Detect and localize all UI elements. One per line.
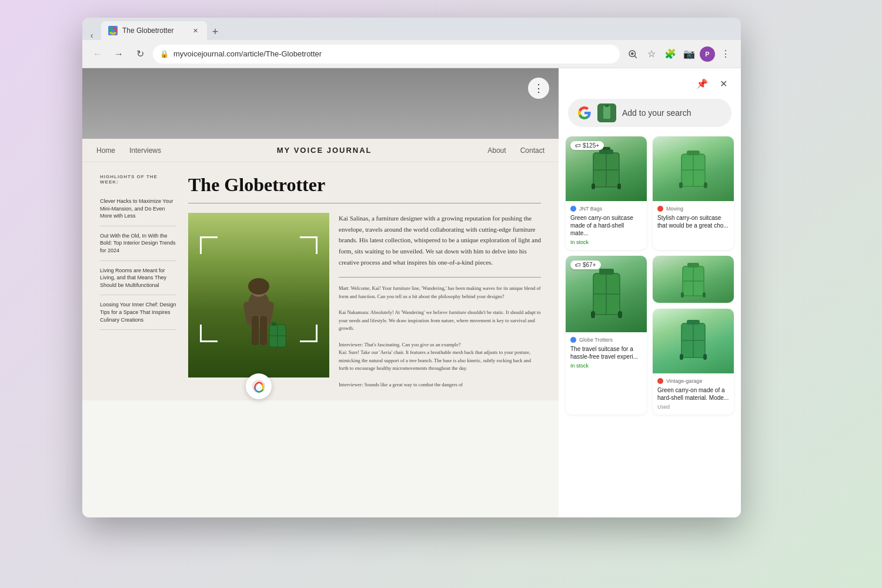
journal-nav: Home Interviews MY VOICE JOURNAL About C…: [82, 139, 559, 162]
nav-interviews[interactable]: Interviews: [129, 146, 161, 155]
article-text-col: Kai Salinas, a furniture designer with a…: [339, 213, 541, 389]
result-title-2: Stylish carry-on suitcase that would be …: [657, 214, 729, 229]
sidebar-item-2[interactable]: Out With the Old, In With the Bold: Top …: [100, 226, 176, 261]
result-info-1: JNT Bags Green carry-on suitcase made of…: [566, 201, 647, 250]
bookmark-button[interactable]: ☆: [643, 46, 660, 62]
scan-corner-tr: [300, 236, 318, 254]
tab-list-button[interactable]: ‹: [87, 31, 96, 40]
active-tab[interactable]: The Globetrotter ✕: [101, 21, 207, 40]
svg-rect-11: [272, 322, 276, 326]
price-badge-3: 🏷 $67+: [570, 260, 601, 269]
source-dot-4: [657, 378, 663, 384]
sidebar-item-4[interactable]: Loosing Your Inner Chef: Design Tips for…: [100, 295, 176, 330]
hero-menu-button[interactable]: ⋮: [528, 78, 549, 99]
result-status-1: In stock: [570, 239, 642, 245]
person-illustration: [229, 272, 288, 366]
result-card-3[interactable]: 🏷 $67+ Globe Trotters The travel suitcas…: [566, 256, 647, 415]
tab-bar-controls: ‹: [87, 31, 96, 40]
lens-panel: 📌 ✕: [559, 68, 741, 517]
result-source-2: Moving: [657, 206, 729, 212]
result-status-4: Used: [657, 404, 729, 410]
nav-about[interactable]: About: [487, 146, 506, 155]
article-interview: Matt: Welcome, Kai! Your furniture line,…: [339, 285, 541, 389]
scan-corner-tl: [200, 236, 218, 254]
source-name-3: Globe Trotters: [579, 337, 613, 343]
extensions-button[interactable]: 🧩: [662, 46, 679, 62]
address-bar: ← → ↻ 🔒 myvoicejournal.com/article/The-G…: [82, 40, 741, 68]
pin-button[interactable]: 📌: [694, 75, 710, 92]
tab-bar: ‹ The Globetrotter ✕ +: [82, 18, 741, 40]
svg-rect-43: [703, 292, 706, 298]
lens-close-button[interactable]: ✕: [715, 75, 731, 92]
source-dot-3: [570, 337, 576, 343]
tab-favicon: [108, 26, 118, 35]
source-name-1: JNT Bags: [579, 206, 602, 212]
svg-rect-49: [703, 354, 707, 360]
price-text-1: $125+: [583, 142, 599, 149]
suitcase-illustration-2: [676, 142, 711, 195]
svg-rect-31: [704, 182, 707, 188]
suitcase-illustration-1: [589, 142, 624, 195]
result-image-4a: [653, 256, 734, 303]
lens-icon: [251, 379, 266, 394]
sidebar-item-3[interactable]: Living Rooms are Meant for Living, and t…: [100, 261, 176, 296]
back-button[interactable]: ←: [89, 46, 106, 62]
result-source-4: Vintage-garage: [657, 378, 729, 384]
article-image-container: [188, 213, 329, 389]
tab-close-button[interactable]: ✕: [191, 26, 200, 35]
svg-rect-8: [252, 316, 259, 345]
scan-corner-br: [300, 325, 318, 342]
price-text-3: $67+: [583, 262, 596, 268]
lens-toolbar-button[interactable]: [624, 46, 641, 62]
search-placeholder: Add to your search: [622, 108, 722, 118]
result-image-3: 🏷 $67+: [566, 256, 647, 332]
profile-avatar[interactable]: P: [700, 46, 715, 62]
result-info-2: Moving Stylish carry-on suitcase that wo…: [653, 201, 734, 236]
svg-rect-24: [617, 183, 621, 189]
screenshot-button[interactable]: 📷: [681, 46, 697, 62]
source-dot-2: [657, 206, 663, 212]
result-image-4b: [653, 309, 734, 373]
result-column-right: Vintage-garage Green carry-on made of a …: [653, 256, 734, 415]
results-grid: 🏷 $125+ JNT Bags Green carry-on suitcase…: [559, 136, 741, 415]
result-source-3: Globe Trotters: [570, 337, 642, 343]
google-lens-button[interactable]: [246, 373, 272, 399]
result-status-3: In stock: [570, 363, 642, 369]
svg-rect-48: [680, 354, 683, 360]
url-text: myvoicejournal.com/article/The-Globetrot…: [173, 49, 322, 58]
new-tab-button[interactable]: +: [207, 24, 223, 40]
svg-rect-42: [681, 292, 684, 298]
refresh-button[interactable]: ↻: [132, 46, 148, 62]
svg-line-2: [634, 56, 637, 58]
svg-rect-18: [605, 105, 609, 107]
lens-search-bar[interactable]: Add to your search: [568, 99, 731, 127]
browser-content: ⋮ Home Interviews MY VOICE JOURNAL About…: [82, 68, 741, 517]
suitcase-illustration-3: [587, 262, 626, 326]
result-card-2[interactable]: Moving Stylish carry-on suitcase that wo…: [653, 136, 734, 250]
article-headline: The Globetrotter: [188, 174, 541, 196]
article-main: The Globetrotter: [188, 174, 541, 389]
article-body: Kai Salinas, a furniture designer with a…: [188, 213, 541, 389]
security-icon: 🔒: [160, 50, 169, 58]
menu-button[interactable]: ⋮: [717, 46, 734, 62]
nav-home[interactable]: Home: [96, 146, 115, 155]
lens-header: 📌 ✕: [559, 68, 741, 99]
url-bar[interactable]: 🔒 myvoicejournal.com/article/The-Globetr…: [153, 45, 620, 64]
nav-contact[interactable]: Contact: [520, 146, 544, 155]
result-card-4b[interactable]: Vintage-garage Green carry-on made of a …: [653, 309, 734, 415]
svg-rect-30: [679, 182, 683, 188]
svg-point-5: [248, 278, 269, 295]
article-sidebar: HIGHLIGHTS OF THE WEEK: Clever Hacks to …: [100, 174, 176, 389]
result-card-4a[interactable]: [653, 256, 734, 303]
suitcase-illustration-4a: [679, 258, 708, 302]
forward-button[interactable]: →: [111, 46, 127, 62]
journal-title: MY VOICE JOURNAL: [277, 146, 372, 155]
price-icon-3: 🏷: [575, 262, 581, 268]
article-area: HIGHLIGHTS OF THE WEEK: Clever Hacks to …: [82, 162, 559, 400]
tab-title: The Globetrotter: [122, 26, 186, 35]
result-card-1[interactable]: 🏷 $125+ JNT Bags Green carry-on suitcase…: [566, 136, 647, 250]
sidebar-item-1[interactable]: Clever Hacks to Maximize Your Mini-Mansi…: [100, 192, 176, 226]
result-info-3: Globe Trotters The travel suitcase for a…: [566, 332, 647, 373]
article-image: [188, 213, 329, 377]
result-title-1: Green carry-on suitcase made of a hard-s…: [570, 214, 642, 237]
